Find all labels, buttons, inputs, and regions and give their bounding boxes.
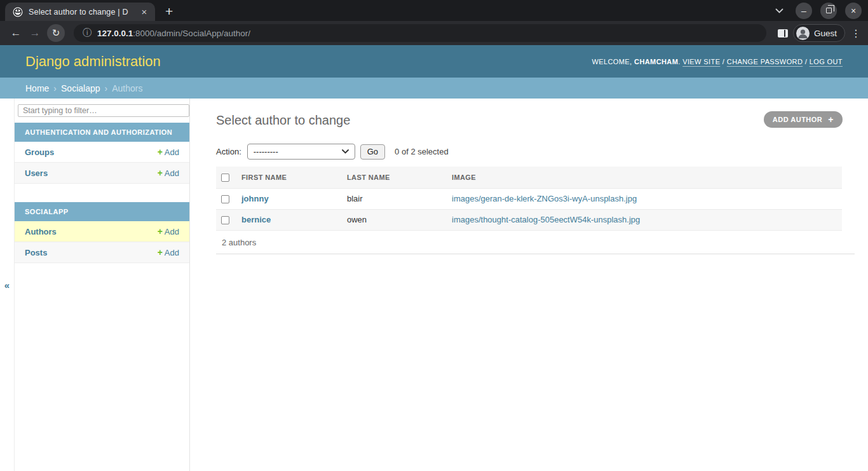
users-link[interactable]: Users bbox=[25, 168, 48, 178]
selection-status: 0 of 2 selected bbox=[395, 147, 449, 156]
page-info-icon[interactable]: ⓘ bbox=[83, 27, 92, 39]
profile-button[interactable]: Guest bbox=[793, 24, 845, 42]
table-row: bernice owen images/thought-catalog-505e… bbox=[216, 209, 842, 230]
plus-icon: + bbox=[828, 114, 834, 125]
last-name-cell: owen bbox=[342, 209, 447, 230]
reload-icon[interactable]: ↻ bbox=[47, 24, 65, 42]
author-name-link[interactable]: bernice bbox=[241, 215, 271, 224]
chevron-down-icon bbox=[342, 149, 349, 154]
welcome-text: WELCOME, bbox=[592, 58, 632, 65]
column-header-image[interactable]: IMAGE bbox=[447, 167, 842, 188]
view-site-link[interactable]: VIEW SITE bbox=[682, 58, 720, 65]
user-tools: WELCOME, CHAMCHAM. VIEW SITE / CHANGE PA… bbox=[592, 58, 843, 65]
sidebar-filter-input[interactable] bbox=[18, 104, 189, 117]
breadcrumb-home[interactable]: Home bbox=[25, 83, 49, 93]
row-checkbox[interactable] bbox=[221, 195, 229, 203]
add-plus-icon: + bbox=[158, 168, 163, 178]
actions-bar: Action: --------- Go 0 of 2 selected bbox=[216, 144, 855, 160]
add-groups-link[interactable]: +Add bbox=[158, 147, 179, 157]
breadcrumb-app[interactable]: Socialapp bbox=[61, 83, 100, 93]
tab-search-chevron-icon[interactable] bbox=[775, 8, 783, 13]
module-caption: AUTHENTICATION AND AUTHORIZATION bbox=[15, 123, 189, 142]
add-authors-link[interactable]: +Add bbox=[158, 226, 179, 236]
profile-label: Guest bbox=[814, 29, 837, 38]
sidebar-collapse-icon[interactable]: « bbox=[4, 280, 10, 290]
result-count: 2 authors bbox=[216, 231, 855, 254]
forward-icon[interactable]: → bbox=[25, 27, 44, 39]
site-title[interactable]: Django administration bbox=[25, 53, 161, 70]
action-label: Action: bbox=[216, 147, 241, 156]
browser-tab[interactable]: Select author to change | D × bbox=[5, 3, 155, 21]
address-bar[interactable]: ⓘ 127.0.0.1:8000/admin/SocialApp/author/ bbox=[74, 24, 766, 42]
author-name-link[interactable]: johnny bbox=[241, 194, 269, 203]
sidebar-toggle-strip: « bbox=[0, 99, 15, 471]
add-users-link[interactable]: +Add bbox=[158, 168, 179, 178]
url-path: :8000/admin/SocialApp/author/ bbox=[133, 29, 250, 38]
url-host: 127.0.0.1 bbox=[97, 29, 133, 38]
groups-link[interactable]: Groups bbox=[25, 147, 54, 157]
side-panel-icon[interactable] bbox=[778, 29, 788, 38]
admin-header: Django administration WELCOME, CHAMCHAM.… bbox=[0, 45, 868, 78]
browser-tabstrip: Select author to change | D × + – × bbox=[0, 0, 868, 21]
username: CHAMCHAM bbox=[634, 58, 678, 65]
last-name-cell: blair bbox=[342, 188, 447, 209]
window-minimize-icon[interactable]: – bbox=[796, 3, 812, 19]
module-auth: AUTHENTICATION AND AUTHORIZATION Groups … bbox=[15, 123, 189, 184]
window-restore-icon[interactable] bbox=[820, 3, 837, 19]
sidebar-item-posts[interactable]: Posts +Add bbox=[15, 242, 189, 263]
sidebar-item-authors[interactable]: Authors +Add bbox=[15, 221, 189, 242]
module-socialapp: SOCIALAPP Authors +Add Posts +Add bbox=[15, 202, 189, 263]
log-out-link[interactable]: LOG OUT bbox=[810, 58, 843, 65]
action-select[interactable]: --------- bbox=[247, 144, 355, 160]
select-all-checkbox[interactable] bbox=[221, 174, 229, 182]
authors-link[interactable]: Authors bbox=[25, 227, 57, 236]
back-icon[interactable]: ← bbox=[6, 27, 25, 39]
main-content: Select author to change ADD AUTHOR+ Acti… bbox=[190, 99, 868, 471]
module-caption: SOCIALAPP bbox=[15, 202, 189, 221]
posts-link[interactable]: Posts bbox=[25, 248, 47, 257]
sidebar-item-users[interactable]: Users +Add bbox=[15, 163, 189, 184]
nav-sidebar: AUTHENTICATION AND AUTHORIZATION Groups … bbox=[15, 99, 190, 471]
avatar-icon bbox=[796, 27, 810, 40]
tab-close-icon[interactable]: × bbox=[139, 6, 150, 18]
url-text: 127.0.0.1:8000/admin/SocialApp/author/ bbox=[97, 29, 250, 38]
column-header-last-name[interactable]: LAST NAME bbox=[342, 167, 447, 188]
window-close-icon[interactable]: × bbox=[845, 3, 862, 19]
go-button[interactable]: Go bbox=[360, 144, 385, 160]
add-plus-icon: + bbox=[158, 247, 163, 257]
add-author-button[interactable]: ADD AUTHOR+ bbox=[764, 111, 843, 128]
image-link[interactable]: images/geran-de-klerk-ZNGos3i-wyA-unspla… bbox=[452, 194, 637, 203]
change-password-link[interactable]: CHANGE PASSWORD bbox=[727, 58, 803, 65]
favicon-globe-icon bbox=[13, 7, 23, 17]
results-table-container: FIRST NAME LAST NAME IMAGE johnny blair … bbox=[216, 167, 842, 231]
column-header-first-name[interactable]: FIRST NAME bbox=[236, 167, 342, 188]
sidebar-item-groups[interactable]: Groups +Add bbox=[15, 142, 189, 163]
new-tab-button[interactable]: + bbox=[165, 4, 173, 18]
row-checkbox[interactable] bbox=[221, 216, 229, 224]
breadcrumb-current: Authors bbox=[112, 83, 142, 93]
add-plus-icon: + bbox=[158, 147, 163, 157]
page-title: Select author to change bbox=[216, 113, 350, 128]
add-posts-link[interactable]: +Add bbox=[158, 247, 179, 257]
browser-toolbar: ← → ↻ ⓘ 127.0.0.1:8000/admin/SocialApp/a… bbox=[0, 21, 868, 45]
breadcrumb: Home › Socialapp › Authors bbox=[0, 78, 868, 99]
table-row: johnny blair images/geran-de-klerk-ZNGos… bbox=[216, 188, 842, 209]
tab-title: Select author to change | D bbox=[29, 8, 133, 17]
add-plus-icon: + bbox=[158, 226, 163, 236]
kebab-menu-icon[interactable]: ⋮ bbox=[850, 27, 862, 39]
image-link[interactable]: images/thought-catalog-505eectW54k-unspl… bbox=[452, 215, 640, 224]
